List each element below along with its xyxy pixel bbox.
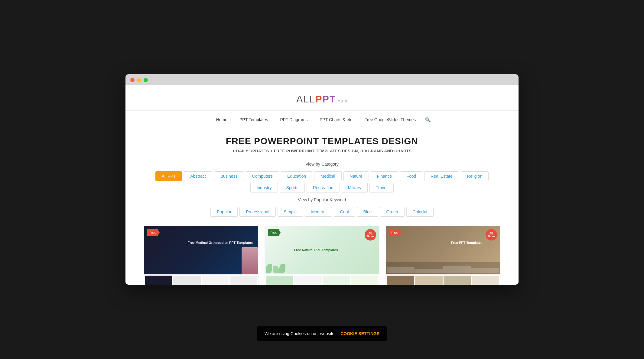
category-abstract[interactable]: Abstract (184, 171, 212, 181)
close-button[interactable] (130, 78, 135, 82)
category-military[interactable]: Military (342, 183, 368, 192)
nav-ppt-charts[interactable]: PPT Charts & etc (314, 115, 358, 126)
category-section-label: View by Category (305, 162, 338, 167)
logo[interactable]: ALLPPT.com (132, 94, 512, 105)
category-finance[interactable]: Finance (371, 171, 398, 181)
keyword-blue[interactable]: Blue (357, 207, 378, 217)
template-3-title: Free PPT Templates (449, 238, 485, 247)
category-section-header: View by Category (144, 162, 500, 167)
template-2-title: Free Natural PPT Templates (288, 248, 356, 252)
logo-com: .com (336, 99, 347, 103)
thumb-6 (294, 276, 321, 285)
nav-ppt-diagrams[interactable]: PPT Diagrams (274, 115, 314, 126)
thumb-10 (415, 276, 442, 285)
keyword-modern[interactable]: Modern (305, 207, 332, 217)
browser-content: ALLPPT.com Home PPT Templates PPT Diagra… (125, 85, 519, 285)
category-sports[interactable]: Sports (280, 183, 304, 192)
nav-ppt-templates[interactable]: PPT Templates (233, 115, 274, 126)
browser-window: ALLPPT.com Home PPT Templates PPT Diagra… (125, 74, 519, 285)
category-medical[interactable]: Medical (314, 171, 341, 181)
thumb-8 (351, 276, 378, 285)
keyword-colorful[interactable]: Colorful (406, 207, 434, 217)
main-nav: Home PPT Templates PPT Diagrams PPT Char… (125, 111, 519, 127)
templates-section: free Free Medical Orthopedics PPT Templa… (144, 226, 500, 285)
keyword-simple[interactable]: Simple (278, 207, 303, 217)
keyword-green[interactable]: Green (380, 207, 405, 217)
keyword-cool[interactable]: Cool (334, 207, 355, 217)
cookie-bar: We are using Cookies on our website. COO… (257, 326, 387, 341)
template-2-thumbnails (265, 274, 379, 285)
slides-badge-3: 48 Slides (486, 229, 497, 241)
thumb-11 (444, 276, 471, 285)
cookie-settings-button[interactable]: COOKIE SETTINGS (340, 331, 379, 336)
template-card-2[interactable]: free 48 Slides Free Natural PPT Template… (265, 226, 379, 285)
category-all-ppt[interactable]: All PPT (155, 171, 182, 181)
template-2-leaves (265, 263, 379, 274)
templates-grid: free Free Medical Orthopedics PPT Templa… (144, 226, 500, 285)
keyword-popular[interactable]: Popular (210, 207, 238, 217)
thumb-5 (266, 276, 293, 285)
page-subtitle: + DAILY UPDATES + FREE POWERPOINT TEMPLA… (144, 149, 500, 153)
template-card-3[interactable]: free 48 Slides Free PPT Templates (385, 226, 500, 285)
thumb-7 (323, 276, 350, 285)
category-religion[interactable]: Religion (461, 171, 489, 181)
browser-controls (130, 78, 514, 82)
template-1-decoration (242, 247, 258, 274)
browser-chrome (125, 74, 519, 85)
maximize-button[interactable] (144, 78, 148, 82)
nav-googleslides[interactable]: Free GoogleSlides Themes (358, 115, 422, 126)
category-food[interactable]: Food (400, 171, 422, 181)
keyword-professional[interactable]: Professional (239, 207, 275, 217)
free-badge-3: free (389, 229, 402, 236)
template-1-thumbnails (144, 274, 258, 285)
template-card-1[interactable]: free Free Medical Orthopedics PPT Templa… (144, 226, 259, 285)
logo-pt: PT (323, 94, 336, 105)
page-title: FREE POWERPOINT TEMPLATES DESIGN (144, 136, 500, 146)
cookie-message: We are using Cookies on our website. (265, 331, 336, 336)
template-1-title: Free Medical Orthopedics PPT Templates (185, 238, 255, 247)
free-badge-2: free (268, 229, 281, 236)
template-card-2-image: free 48 Slides Free Natural PPT Template… (265, 226, 379, 274)
thumb-1 (145, 276, 172, 285)
logo-p: P (315, 94, 322, 105)
category-education[interactable]: Education (281, 171, 312, 181)
keyword-grid: Popular Professional Simple Modern Cool … (144, 207, 500, 217)
category-industry[interactable]: Industry (250, 183, 278, 192)
category-business[interactable]: Business (214, 171, 244, 181)
category-travel[interactable]: Travel (369, 183, 394, 192)
search-icon[interactable]: 🔍 (422, 114, 434, 127)
free-badge-1: free (147, 229, 160, 236)
thumb-4 (230, 276, 257, 285)
thumb-3 (202, 276, 229, 285)
category-computers[interactable]: Computers (246, 171, 279, 181)
category-recreation[interactable]: Recreation (307, 183, 340, 192)
thumb-9 (387, 276, 414, 285)
template-card-1-image: free Free Medical Orthopedics PPT Templa… (144, 226, 258, 274)
slides-badge-2: 48 Slides (365, 229, 376, 241)
main-content: FREE POWERPOINT TEMPLATES DESIGN + DAILY… (125, 127, 519, 285)
template-card-3-image: free 48 Slides Free PPT Templates (386, 226, 500, 274)
site-header: ALLPPT.com (125, 85, 519, 111)
keyword-section-label: View by Popular Keyword (298, 197, 346, 202)
logo-all: ALL (296, 94, 315, 105)
template-3-thumbnails (386, 274, 500, 285)
thumb-2 (173, 276, 200, 285)
category-real-estate[interactable]: Real Estate (424, 171, 459, 181)
template-3-decoration (386, 262, 500, 274)
nav-home[interactable]: Home (210, 115, 233, 126)
minimize-button[interactable] (137, 78, 141, 82)
category-grid: All PPT Abstract Business Computers Educ… (144, 171, 500, 192)
thumb-12 (472, 276, 499, 285)
category-nature[interactable]: Nature (343, 171, 369, 181)
keyword-section-header: View by Popular Keyword (144, 197, 500, 202)
